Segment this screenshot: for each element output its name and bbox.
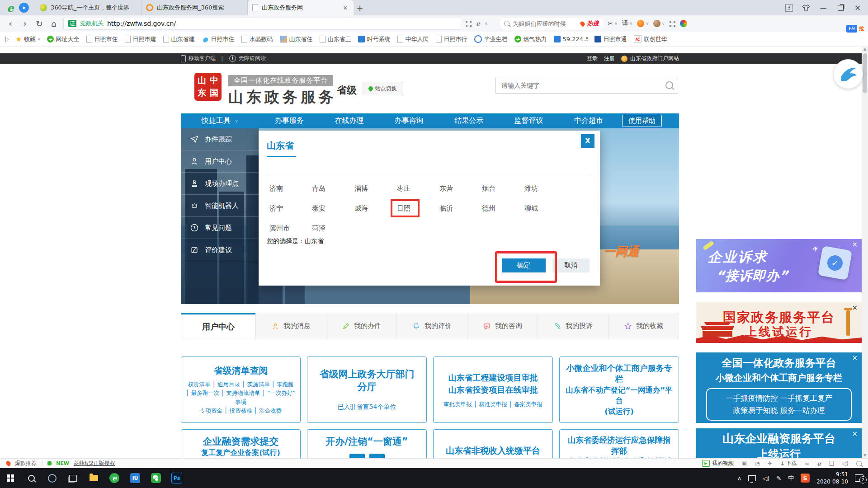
scroll-up-icon[interactable]: ▲ (862, 47, 868, 51)
cancel-button[interactable]: 取消 (552, 258, 590, 272)
nav-item[interactable]: 办事咨询 (395, 116, 424, 126)
extensions-grid-icon[interactable] (670, 21, 675, 27)
dove-logo[interactable] (833, 59, 863, 89)
card-link[interactable]: │ 最多跑一次 │ 支持物流清单 │ “一次办好”事项 (186, 389, 296, 406)
translate-tool[interactable]: 译∨ (622, 19, 633, 28)
pen-icon[interactable]: ✎ (776, 475, 781, 482)
sidebar-item-faq[interactable]: ? 常见问题 (181, 217, 259, 239)
card-hall[interactable]: 省级网上政务大厅部门分厅 已入驻省直54个单位 (307, 357, 427, 423)
home-button[interactable]: ⌂ (49, 19, 59, 28)
file-explorer-button[interactable] (83, 468, 104, 488)
ie-mode-icon[interactable]: e (476, 20, 480, 27)
portal-link[interactable]: 山东省政府门户网站 (621, 55, 679, 62)
zoom-search-icon[interactable] (856, 461, 862, 466)
nav-item[interactable]: 结果公示 (454, 116, 483, 126)
bookmark-item[interactable]: 山东省建 (163, 35, 195, 43)
bookmark-item[interactable]: 联创世华 (634, 35, 667, 43)
screenshot-tool[interactable]: ✂∨ (608, 20, 618, 27)
game-rocket-icon[interactable]: ✈ (768, 460, 773, 467)
close-window-button[interactable]: × (854, 4, 862, 12)
nav-help-button[interactable]: 使用帮助 (622, 115, 662, 127)
restore-button[interactable] (836, 4, 844, 12)
speaker-icon[interactable]: ◁) (842, 460, 849, 467)
ime-indicator[interactable]: 中 (788, 474, 794, 482)
browser-tab[interactable]: 山东政务服务网_360搜索 (142, 0, 248, 15)
sidebar-item-feedback[interactable]: 评价建议 (181, 239, 259, 261)
city-option[interactable]: 烟台 (479, 178, 522, 198)
browser-360-logo-icon[interactable]: e (5, 2, 16, 14)
tray-expand-icon[interactable]: ∧ (737, 475, 742, 482)
browser-search-box[interactable]: 热搜 (500, 18, 604, 30)
city-option[interactable]: 聊城 (522, 198, 564, 218)
bookmark-item[interactable]: 网址大全 (47, 35, 80, 43)
skin-theme-icon[interactable] (802, 4, 810, 12)
toolbar-menu-caret-icon[interactable]: ∨ (485, 21, 488, 26)
tab-my-items[interactable]: 我的办件 (326, 313, 396, 339)
card-link[interactable]: 已入驻省直54个单位 (338, 402, 396, 412)
card-link[interactable]: 专项资金 │ 投资核准 │ 涉企收费 (186, 406, 296, 415)
tab-my-reviews[interactable]: 我的评价 (396, 313, 467, 339)
bookmark-item[interactable]: 山东省三 (320, 35, 351, 43)
nav-item[interactable]: 办事服务 (275, 116, 304, 126)
mobile-client-link[interactable]: 移动客户端 (181, 55, 216, 62)
banner-enterprise-appeal[interactable]: 企业诉求 “接诉即办” ✈ ✓ × (696, 239, 862, 292)
city-option[interactable]: 泰安 (309, 198, 352, 218)
scrollbar[interactable]: ▲ ▼ (862, 47, 868, 458)
city-option[interactable]: 德州 (479, 198, 522, 218)
sidebar-item-tracking[interactable]: 办件跟踪 (181, 128, 259, 150)
city-option[interactable]: 东营 (437, 178, 479, 198)
browser-360-button[interactable]: e (104, 468, 125, 488)
card-construction[interactable]: 山东省工程建设项目审批山东省投资项目在线审批 审批类申报 │ 核准类申报 │ 备… (433, 357, 553, 423)
city-option[interactable]: 淄博 (352, 178, 394, 198)
accessibility-link[interactable]: 无障碍阅读 (229, 55, 266, 62)
mini-button-pill[interactable] (349, 454, 365, 458)
site-switch-button[interactable]: 站点切换 (362, 82, 403, 95)
sidebar-item-onsite[interactable]: 现场办理点 (181, 173, 259, 195)
bookmark-item[interactable]: 中华人民 (397, 35, 429, 43)
browser-tab[interactable]: 360导航_一个主页，整个世界 (35, 0, 142, 15)
history-icon[interactable]: ◔ (755, 460, 760, 467)
bookmark-item[interactable]: 日照市行 (436, 35, 467, 43)
minimize-button[interactable]: — (819, 4, 827, 12)
site-search-icon[interactable] (665, 81, 673, 89)
tab-my-inquiries[interactable]: 我的咨询 (467, 313, 538, 339)
sidebar-item-robot[interactable]: 智能机器人 (181, 195, 259, 217)
tab-user-center[interactable]: 用户中心 (181, 313, 255, 339)
tab-close-icon[interactable] (342, 4, 349, 11)
apps-grid-icon[interactable] (466, 21, 472, 27)
card-lists[interactable]: 省级清单查阅 权责清单 │ 通用目录 │ 实施清单 │ 零跑腿│ 最多跑一次 │… (181, 357, 301, 423)
card-nontax[interactable]: 山东省非税收入统缴平台 (433, 429, 553, 458)
bookmark-item[interactable]: 日照市通 (594, 35, 627, 43)
nav-item[interactable]: 中介超市 (574, 116, 603, 126)
banner-close-icon[interactable]: × (852, 305, 858, 311)
browser-search-input[interactable] (512, 20, 578, 28)
city-option[interactable]: 威海 (352, 198, 394, 218)
bookmarks-expand-icon[interactable]: |› (5, 36, 9, 42)
forward-button[interactable]: › (20, 19, 30, 28)
card-link[interactable]: 审批类申报 │ 核准类申报 │ 备案类申报 (443, 400, 542, 408)
scrollbar-thumb[interactable] (863, 53, 867, 93)
site-search-box[interactable] (495, 77, 678, 94)
banner-close-icon[interactable]: × (852, 431, 858, 437)
picture-icon[interactable]: ▣ (741, 460, 747, 467)
taskbar-search-button[interactable] (21, 468, 42, 488)
city-option[interactable]: 菏泽 (309, 218, 352, 238)
scroll-down-icon[interactable]: ▼ (862, 453, 868, 457)
banner-national-platform[interactable]: 国家政务服务平台 上线试运行 × (696, 302, 862, 343)
my-video-button[interactable]: ▶ 我的视频 (702, 460, 734, 467)
ie-icon[interactable]: e (817, 460, 821, 467)
bookmark-item[interactable]: 水晶数码 (241, 35, 273, 43)
card-financing[interactable]: 企业融资需求提交复工复产企业备案(试行) (181, 429, 301, 458)
game-tool-icon[interactable]: ∨ (637, 20, 649, 27)
new-tab-button[interactable]: + (354, 1, 366, 14)
bookmark-item[interactable]: 日照市住 (86, 35, 118, 43)
city-option[interactable]: 枣庄 (394, 178, 437, 198)
iu-app-button[interactable]: iU (125, 468, 146, 488)
bookmark-item[interactable]: 59.224.3 (554, 36, 588, 42)
bookmark-item[interactable]: 燃气热力 (514, 35, 547, 43)
city-option[interactable]: 滨州市 (267, 218, 309, 238)
bookmark-item[interactable]: 日照市建 (125, 35, 156, 43)
city-option[interactable]: 日照 (394, 198, 437, 218)
banner-integrated-platform[interactable]: 全国一体化政务服务平台 小微企业和个体工商户服务专栏 一手抓疫情防控 一手抓复工… (696, 352, 862, 423)
tab-my-favorites[interactable]: 我的收藏 (608, 313, 679, 339)
